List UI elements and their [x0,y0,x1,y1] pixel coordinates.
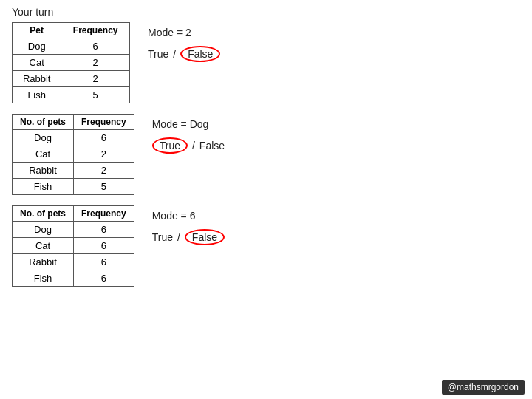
cell-col2: 2 [74,163,134,179]
cell-col1: Rabbit [13,71,61,87]
cell-col1: Fish [13,179,74,195]
col2-header-2: Frequency [74,115,134,130]
table-row: Fish5 [13,87,130,103]
false-circled-3: False [185,229,225,245]
cell-col1: Cat [13,146,74,163]
cell-col1: Rabbit [13,163,74,179]
table-row: Cat2 [13,146,134,163]
cell-col2: 2 [74,146,134,163]
watermark: @mathsmrgordon [442,380,525,395]
table-row: Cat2 [13,55,130,71]
page-title: Your turn [12,6,532,18]
side-info-2: Mode = Dog True / False [152,114,225,154]
cell-col1: Dog [13,38,61,55]
true-label-3: True [152,231,173,243]
cell-col2: 6 [74,238,134,254]
cell-col1: Cat [13,55,61,71]
table-row: Dog6 [13,130,134,146]
table-row: Rabbit2 [13,71,130,87]
table-1: Pet Frequency Dog6Cat2Rabbit2Fish5 [12,22,130,103]
table-row: Cat6 [13,238,134,254]
table-row: Rabbit2 [13,163,134,179]
slash-2: / [192,140,195,151]
table-2: No. of pets Frequency Dog6Cat2Rabbit2Fis… [12,114,134,195]
cell-col1: Fish [13,270,74,287]
cell-col2: 6 [74,270,134,287]
col1-header-1: Pet [13,23,61,38]
false-circled-1: False [180,46,220,62]
col1-header-3: No. of pets [13,206,74,222]
slash-3: / [177,231,180,243]
col1-header-2: No. of pets [13,115,74,130]
cell-col2: 2 [61,71,130,87]
table-row: Rabbit6 [13,254,134,270]
cell-col1: Fish [13,87,61,103]
table-row: Fish6 [13,270,134,287]
side-info-3: Mode = 6 True / False [152,205,225,245]
section-3: No. of pets Frequency Dog6Cat6Rabbit6Fis… [12,205,532,287]
cell-col2: 2 [61,55,130,71]
cell-col2: 6 [61,38,130,55]
section-1: Pet Frequency Dog6Cat2Rabbit2Fish5 Mode … [12,22,532,103]
table-3: No. of pets Frequency Dog6Cat6Rabbit6Fis… [12,205,134,287]
cell-col1: Rabbit [13,254,74,270]
false-label-2: False [200,140,225,151]
cell-col1: Dog [13,222,74,238]
table-row: Fish5 [13,179,134,195]
side-info-1: Mode = 2 True / False [148,22,220,62]
cell-col2: 6 [74,222,134,238]
section-2: No. of pets Frequency Dog6Cat2Rabbit2Fis… [12,114,532,195]
table-row: Dog6 [13,222,134,238]
cell-col2: 5 [61,87,130,103]
mode-3: Mode = 6 [152,210,225,222]
mode-1: Mode = 2 [148,27,220,38]
table-row: Dog6 [13,38,130,55]
cell-col1: Dog [13,130,74,146]
true-false-3: True / False [152,229,225,245]
true-circled-2: True [152,137,188,154]
cell-col1: Cat [13,238,74,254]
true-label-1: True [148,48,168,60]
cell-col2: 6 [74,254,134,270]
mode-2: Mode = Dog [152,118,225,130]
col2-header-3: Frequency [74,206,134,222]
col2-header-1: Frequency [61,23,130,38]
cell-col2: 5 [74,179,134,195]
cell-col2: 6 [74,130,134,146]
true-false-1: True / False [148,46,220,62]
true-false-2: True / False [152,137,225,154]
slash-1: / [173,48,176,60]
